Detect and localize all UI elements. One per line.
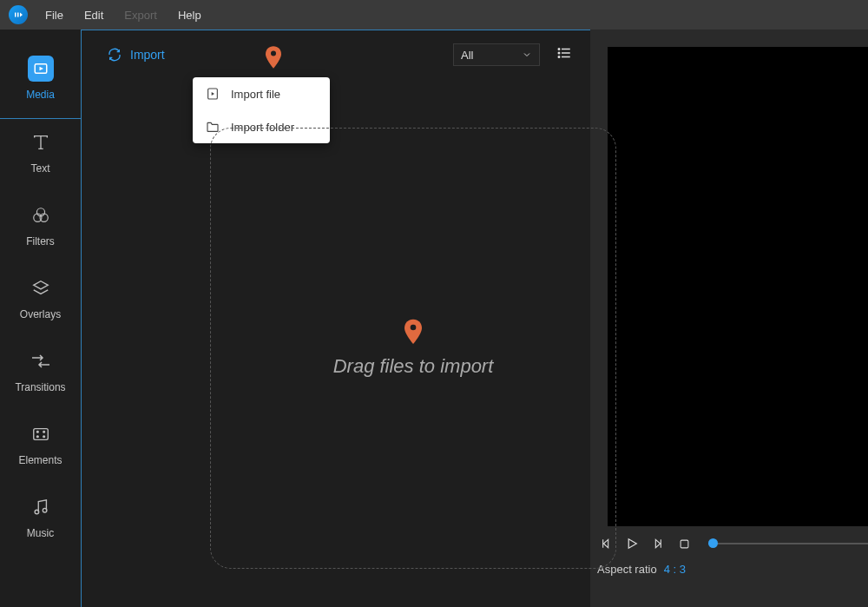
sidebar: Media Text Filters Overlays Transi <box>0 30 81 607</box>
toolbar: Import All <box>82 30 590 79</box>
elements-icon <box>31 425 50 444</box>
list-icon <box>556 45 573 61</box>
svg-point-14 <box>558 52 560 54</box>
app-logo <box>9 5 28 24</box>
menubar: File Edit Export Help <box>0 0 868 30</box>
play-button[interactable] <box>623 535 641 552</box>
aspect-ratio-row: Aspect ratio 4 : 3 <box>590 552 868 576</box>
sidebar-item-elements[interactable]: Elements <box>7 411 75 484</box>
dropzone[interactable]: Drag files to import <box>210 128 616 569</box>
filters-icon <box>31 206 50 225</box>
svg-rect-0 <box>15 13 16 17</box>
svg-rect-21 <box>681 540 688 548</box>
marker-pin-icon <box>266 46 281 72</box>
playback-controls <box>590 526 868 552</box>
import-button[interactable]: Import <box>108 48 165 62</box>
menu-export: Export <box>115 5 166 25</box>
refresh-icon <box>108 48 122 62</box>
sidebar-item-label: Media <box>26 89 55 101</box>
svg-point-16 <box>271 51 276 56</box>
sidebar-item-label: Music <box>27 527 54 539</box>
filter-label: All <box>461 49 473 62</box>
menu-help[interactable]: Help <box>169 5 210 25</box>
slider-thumb[interactable] <box>708 538 718 548</box>
filter-dropdown[interactable]: All <box>453 43 540 66</box>
next-frame-button[interactable] <box>649 535 667 552</box>
svg-point-8 <box>43 431 44 432</box>
stop-button[interactable] <box>675 535 693 552</box>
menu-file[interactable]: File <box>36 5 72 25</box>
overlays-icon <box>31 279 50 298</box>
svg-point-18 <box>411 325 417 331</box>
import-file-label: Import file <box>231 88 280 101</box>
marker-pin-icon <box>404 319 422 348</box>
transitions-icon <box>30 353 51 369</box>
sidebar-item-label: Elements <box>18 454 62 466</box>
svg-rect-1 <box>17 13 19 17</box>
dropzone-text: Drag files to import <box>333 355 494 378</box>
sidebar-item-music[interactable]: Music <box>7 484 75 557</box>
sidebar-item-label: Text <box>30 162 49 175</box>
svg-point-10 <box>43 436 44 438</box>
sidebar-item-media[interactable]: Media <box>7 45 75 118</box>
file-play-icon <box>205 86 220 102</box>
preview-pane: Aspect ratio 4 : 3 <box>590 30 868 607</box>
sidebar-item-transitions[interactable]: Transitions <box>7 338 75 411</box>
svg-rect-6 <box>33 429 48 440</box>
chevron-down-icon <box>522 49 532 60</box>
sidebar-item-label: Filters <box>26 235 55 247</box>
preview-canvas <box>608 47 868 526</box>
sidebar-item-filters[interactable]: Filters <box>7 192 75 265</box>
sidebar-item-label: Transitions <box>15 381 65 393</box>
svg-point-12 <box>43 508 47 512</box>
music-icon <box>31 498 50 517</box>
sidebar-item-label: Overlays <box>20 308 61 320</box>
svg-point-13 <box>558 49 560 50</box>
sidebar-item-text[interactable]: Text <box>7 119 75 192</box>
content-pane: Import All Import file <box>81 30 590 607</box>
playback-slider[interactable] <box>708 543 868 544</box>
import-file-item[interactable]: Import file <box>193 77 330 110</box>
svg-point-9 <box>36 436 38 438</box>
aspect-ratio-value[interactable]: 4 : 3 <box>664 563 686 576</box>
list-view-toggle[interactable] <box>556 45 573 64</box>
svg-point-15 <box>558 56 560 58</box>
text-icon <box>31 133 50 152</box>
import-label: Import <box>130 48 165 62</box>
sidebar-item-overlays[interactable]: Overlays <box>7 265 75 338</box>
svg-point-7 <box>36 431 38 432</box>
menu-edit[interactable]: Edit <box>76 5 112 25</box>
